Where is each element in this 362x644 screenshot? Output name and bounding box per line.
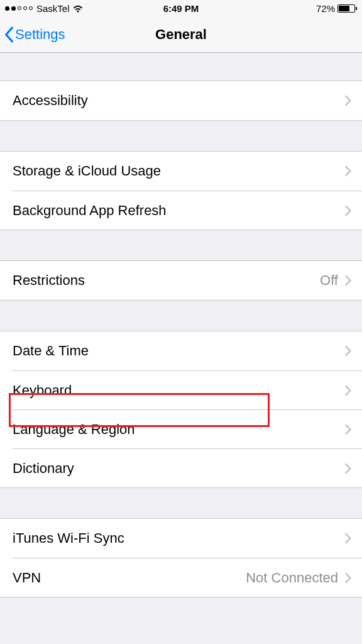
chevron-right-icon: [344, 345, 352, 357]
chevron-right-icon: [344, 572, 352, 584]
row-label: Dictionary: [13, 460, 344, 477]
row-label: Accessibility: [13, 92, 344, 109]
status-bar: SaskTel 6:49 PM 72%: [0, 0, 362, 16]
page-title: General: [155, 26, 207, 43]
group-spacer: [0, 121, 362, 151]
row-restrictions[interactable]: RestrictionsOff: [0, 261, 362, 300]
wifi-icon: [72, 4, 84, 13]
settings-group: RestrictionsOff: [0, 260, 362, 301]
status-left: SaskTel: [5, 3, 84, 14]
row-date-time[interactable]: Date & Time: [0, 331, 362, 370]
back-label: Settings: [15, 26, 65, 43]
row-label: Storage & iCloud Usage: [13, 163, 344, 179]
chevron-right-icon: [344, 385, 352, 396]
row-label: Language & Region: [13, 421, 344, 438]
signal-strength: [5, 6, 33, 11]
chevron-right-icon: [344, 165, 352, 177]
group-spacer: [0, 230, 362, 260]
row-language-region[interactable]: Language & Region: [13, 409, 362, 448]
settings-group: Date & TimeKeyboardLanguage & RegionDict…: [0, 331, 362, 488]
group-spacer: [0, 301, 362, 331]
chevron-right-icon: [344, 205, 352, 216]
chevron-right-icon: [344, 275, 352, 286]
battery-icon: [337, 4, 357, 13]
carrier-label: SaskTel: [36, 3, 70, 14]
chevron-right-icon: [344, 533, 352, 544]
row-background-app-refresh[interactable]: Background App Refresh: [13, 191, 362, 230]
row-value: Not Connected: [246, 570, 338, 586]
status-right: 72%: [316, 3, 357, 14]
row-vpn[interactable]: VPNNot Connected: [13, 558, 362, 597]
back-button[interactable]: Settings: [4, 26, 65, 43]
row-itunes-wifi-sync[interactable]: iTunes Wi-Fi Sync: [0, 519, 362, 558]
group-spacer: [0, 53, 362, 80]
row-label: Date & Time: [13, 343, 344, 359]
row-accessibility[interactable]: Accessibility: [0, 81, 362, 120]
settings-group: iTunes Wi-Fi SyncVPNNot Connected: [0, 518, 362, 597]
row-keyboard[interactable]: Keyboard: [13, 370, 362, 409]
status-time: 6:49 PM: [163, 3, 199, 14]
chevron-right-icon: [344, 95, 352, 106]
row-label: Background App Refresh: [13, 203, 344, 219]
chevron-right-icon: [344, 424, 352, 435]
back-chevron-icon: [4, 26, 14, 43]
row-label: Restrictions: [13, 272, 320, 289]
settings-list: AccessibilityStorage & iCloud UsageBackg…: [0, 53, 362, 597]
row-storage-icloud[interactable]: Storage & iCloud Usage: [0, 152, 362, 191]
group-spacer: [0, 488, 362, 518]
chevron-right-icon: [344, 463, 352, 474]
row-label: iTunes Wi-Fi Sync: [13, 530, 344, 547]
row-value: Off: [320, 272, 338, 289]
row-dictionary[interactable]: Dictionary: [13, 448, 362, 487]
battery-percent: 72%: [316, 3, 335, 14]
nav-bar: Settings General: [0, 16, 362, 53]
row-label: VPN: [13, 570, 246, 586]
row-label: Keyboard: [13, 382, 344, 399]
settings-group: Accessibility: [0, 80, 362, 121]
settings-group: Storage & iCloud UsageBackground App Ref…: [0, 151, 362, 230]
